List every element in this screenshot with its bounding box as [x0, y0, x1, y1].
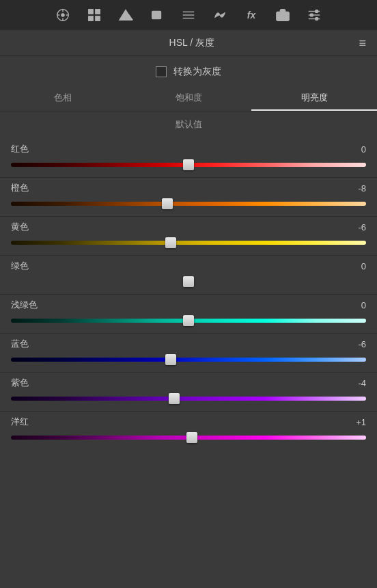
svg-rect-21 [316, 10, 318, 13]
default-label: 默认值 [0, 111, 377, 136]
slider-label-红色: 红色 [11, 143, 29, 155]
sliders-icon[interactable] [305, 5, 324, 25]
slider-thumb-橙色[interactable] [162, 198, 173, 209]
slider-row-黄色: 黄色-6 [0, 217, 377, 255]
slider-value-紫色: -4 [344, 378, 366, 388]
header-bar: HSL / 灰度 ≡ [0, 30, 377, 56]
slider-track-洋红[interactable] [11, 432, 366, 443]
tab-hue[interactable]: 色相 [0, 86, 126, 111]
slider-value-洋红: +1 [344, 417, 366, 427]
tab-saturation[interactable]: 饱和度 [126, 86, 251, 111]
slider-row-洋红: 洋红+1 [0, 412, 377, 450]
slider-label-紫色: 紫色 [11, 377, 29, 389]
slider-value-绿色: 0 [344, 261, 366, 271]
svg-rect-6 [89, 10, 93, 14]
crop-icon[interactable] [148, 5, 167, 25]
slider-value-黄色: -6 [344, 222, 366, 232]
slider-label-洋红: 洋红 [11, 416, 29, 428]
toolbar: fx [0, 0, 377, 30]
aperture-icon[interactable] [53, 5, 72, 25]
slider-row-绿色: 绿色0 [0, 256, 377, 294]
slider-thumb-浅绿色[interactable] [183, 315, 194, 326]
svg-rect-22 [311, 14, 313, 16]
slider-track-浅绿色[interactable] [11, 315, 366, 326]
tone-icon[interactable] [210, 5, 229, 25]
slider-track-紫色[interactable] [11, 393, 366, 404]
grayscale-row: 转换为灰度 [0, 56, 377, 86]
adjust-icon[interactable] [179, 5, 198, 25]
slider-value-红色: 0 [344, 144, 366, 155]
fx-icon[interactable]: fx [242, 5, 261, 25]
slider-label-绿色: 绿色 [11, 260, 29, 272]
panel-menu-button[interactable]: ≡ [359, 37, 366, 49]
slider-label-橙色: 橙色 [11, 182, 29, 194]
slider-value-浅绿色: 0 [344, 300, 366, 310]
grayscale-checkbox[interactable] [156, 66, 167, 77]
slider-thumb-绿色[interactable] [183, 276, 194, 287]
sliders-area: 红色0橙色-8黄色-6绿色0浅绿色0蓝色-6紫色-4洋红+1 [0, 136, 377, 453]
svg-rect-9 [96, 16, 100, 21]
svg-rect-8 [89, 16, 93, 21]
grid-icon[interactable] [85, 5, 104, 25]
mountain-icon[interactable] [116, 5, 135, 25]
grayscale-label: 转换为灰度 [173, 66, 221, 78]
slider-row-橙色: 橙色-8 [0, 178, 377, 216]
slider-thumb-蓝色[interactable] [165, 354, 176, 365]
slider-value-橙色: -8 [344, 183, 366, 193]
svg-point-1 [61, 13, 65, 17]
slider-thumb-紫色[interactable] [169, 393, 180, 404]
slider-track-绿色[interactable] [11, 276, 366, 287]
slider-row-浅绿色: 浅绿色0 [0, 295, 377, 333]
tabs: 色相 饱和度 明亮度 [0, 86, 377, 111]
panel-title: HSL / 灰度 [25, 37, 359, 49]
slider-track-黄色[interactable] [11, 237, 366, 248]
slider-track-橙色[interactable] [11, 198, 366, 209]
svg-rect-23 [316, 18, 318, 21]
slider-track-红色[interactable] [11, 159, 366, 170]
svg-rect-7 [96, 10, 100, 14]
slider-row-红色: 红色0 [0, 139, 377, 177]
slider-thumb-红色[interactable] [183, 159, 194, 170]
camera-icon[interactable] [273, 5, 292, 25]
svg-point-17 [281, 14, 285, 18]
slider-row-紫色: 紫色-4 [0, 373, 377, 411]
tab-luminance[interactable]: 明亮度 [251, 86, 377, 111]
slider-thumb-黄色[interactable] [165, 237, 176, 248]
slider-track-蓝色[interactable] [11, 354, 366, 365]
slider-label-蓝色: 蓝色 [11, 338, 29, 350]
slider-label-浅绿色: 浅绿色 [11, 299, 38, 311]
slider-row-蓝色: 蓝色-6 [0, 334, 377, 372]
svg-rect-12 [152, 12, 161, 19]
slider-label-黄色: 黄色 [11, 221, 29, 233]
slider-thumb-洋红[interactable] [186, 432, 197, 443]
slider-value-蓝色: -6 [344, 339, 366, 349]
